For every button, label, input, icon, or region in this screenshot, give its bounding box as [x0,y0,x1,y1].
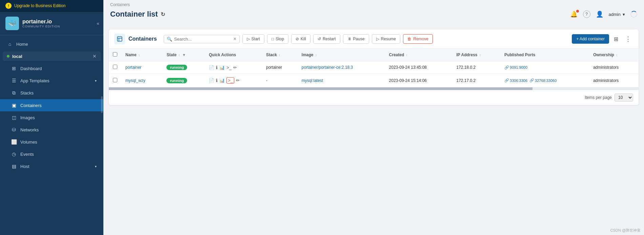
resume-icon: ▷ [376,37,379,41]
sidebar-item-networks[interactable]: ⛁ Networks [0,124,103,136]
help-icon[interactable]: ? [583,10,590,18]
select-all-header[interactable] [109,49,121,61]
kebab-menu-button[interactable]: ⋮ [623,35,633,43]
col-stack: Stack ↕ [262,49,298,61]
sidebar-item-containers[interactable]: ▣ Containers [0,99,103,111]
image-link[interactable]: portainer/portainer-ce:2.18.3 [302,65,353,70]
admin-chevron-icon[interactable]: ▾ [623,12,625,17]
sort-ownership-icon[interactable]: ↕ [616,53,618,57]
page-title: Container list ↻ [110,10,165,19]
search-box[interactable]: 🔍 ✕ [164,35,240,43]
env-name-label: local [12,54,90,59]
upgrade-banner[interactable]: ! Upgrade to Business Edition [0,0,103,12]
resume-button[interactable]: ▷ Resume [372,34,401,44]
upgrade-banner-text: Upgrade to Business Edition [14,3,65,8]
logs-icon[interactable]: 📄 [209,78,214,83]
port-link[interactable]: 🔗 9091:9000 [504,65,527,70]
edit-icon[interactable]: ✏ [233,65,237,70]
row-checkbox-cell[interactable] [109,61,121,74]
topbar-right: 🔔 ? 👤 admin ▾ [570,10,637,18]
sidebar-item-label: Events [20,152,34,157]
sidebar-scrollbar[interactable] [101,96,103,113]
col-image: Image ↕ [298,49,385,61]
sidebar-item-volumes[interactable]: ⬜ Volumes [0,136,103,148]
home-icon: ⌂ [7,41,13,47]
sort-created-icon[interactable]: ↕ [406,53,408,57]
restart-button[interactable]: ↺ Restart [313,34,340,44]
admin-info: admin ▾ [609,12,625,17]
table-header: Name ↕ State ↕ ▼ Quick Actions Stack ↕ [109,49,639,61]
table-scrollbar-track[interactable] [109,87,639,90]
filter-state-icon[interactable]: ▼ [182,53,186,57]
stop-button[interactable]: □ Stop [267,34,288,44]
console-icon[interactable]: >_ [226,65,232,70]
external-link-icon-2: 🔗 [529,78,534,83]
start-icon: ▷ [247,37,250,41]
col-ownership: Ownership ↕ [589,49,639,61]
panel-title: Containers [128,36,157,42]
sidebar-item-stacks[interactable]: ⧉ Stacks [0,87,103,99]
search-clear-icon[interactable]: ✕ [233,37,237,41]
stats-icon[interactable]: 📊 [219,65,225,70]
col-created: Created ↕ [385,49,452,61]
external-link-icon: 🔗 [504,65,509,70]
pause-button[interactable]: ⏸ Pause [343,34,369,44]
table-row: portainer running 📄 ℹ 📊 >_ ✏ [109,61,639,74]
remove-button[interactable]: 🗑 Remove [403,34,433,44]
sidebar-item-app-templates[interactable]: ☰ App Templates ▾ [0,74,103,87]
row-checkbox-cell[interactable] [109,74,121,87]
edit-icon[interactable]: ✏ [236,78,240,83]
container-name-link[interactable]: mysql_wzy [125,78,145,83]
start-button[interactable]: ▷ Start [242,34,264,44]
panel-toolbar: Containers 🔍 ✕ ▷ Start □ Stop ⊘ Kill ↺ [109,29,639,49]
sidebar-item-dashboard[interactable]: ⊞ Dashboard [0,62,103,74]
pause-icon: ⏸ [347,37,351,41]
table-scrollbar-thumb[interactable] [109,87,532,90]
sidebar-item-host[interactable]: ▤ Host ▾ [0,160,103,172]
ownership-cell: administrators [589,74,639,87]
items-per-page-select[interactable]: 10 25 50 100 [615,93,633,102]
container-state-cell: running [162,74,205,87]
sidebar-collapse-button[interactable]: « [97,21,99,26]
kill-button[interactable]: ⊘ Kill [291,34,310,44]
sort-name-icon[interactable]: ↕ [138,53,140,57]
stats-icon[interactable]: 📊 [219,78,225,83]
ports-cell: 🔗 3306:3306 🔗 32768:33060 [500,74,589,87]
row-checkbox[interactable] [113,78,117,82]
sidebar-item-events[interactable]: ◷ Events [0,148,103,160]
env-close-icon[interactable]: ✕ [93,54,97,59]
search-input[interactable] [174,37,231,42]
sidebar: ! Upgrade to Business Edition 🐳 portaine… [0,0,103,235]
add-container-button[interactable]: + Add container [572,34,609,44]
sort-state-icon[interactable]: ↕ [178,53,180,57]
notification-bell-icon[interactable]: 🔔 [570,10,578,18]
volumes-icon: ⬜ [11,139,17,145]
container-name-link[interactable]: portainer [125,65,141,70]
sort-image-icon[interactable]: ↕ [315,53,317,57]
events-icon: ◷ [11,151,17,157]
sidebar-item-label: Networks [20,127,39,132]
sidebar-item-images[interactable]: ◫ Images [0,111,103,124]
refresh-icon[interactable]: ↻ [161,11,165,18]
image-cell: portainer/portainer-ce:2.18.3 [298,61,385,74]
inspect-icon[interactable]: ℹ [216,65,218,70]
sidebar-item-home[interactable]: ⌂ Home [0,38,103,50]
upgrade-icon: ! [5,3,12,9]
sidebar-item-label: Images [20,115,35,120]
networks-icon: ⛁ [11,127,17,132]
port-link-2[interactable]: 🔗 32768:33060 [529,78,557,83]
port-link[interactable]: 🔗 3306:3306 [504,78,527,83]
logs-icon[interactable]: 📄 [209,65,214,70]
user-icon[interactable]: 👤 [596,10,603,18]
status-badge: running [166,65,187,70]
row-checkbox[interactable] [113,65,117,69]
inspect-icon[interactable]: ℹ [216,78,218,83]
sort-stack-icon[interactable]: ↕ [279,53,280,57]
topbar: Container list ↻ 🔔 ? 👤 admin ▾ [103,7,644,24]
sidebar-env-local[interactable]: local ✕ [3,51,101,61]
console-icon-highlighted[interactable]: >_ [226,77,234,84]
grid-view-button[interactable]: ⊞ [612,35,620,43]
image-link[interactable]: mysql:latest [302,78,323,83]
sort-ip-icon[interactable]: ↕ [479,53,481,57]
select-all-checkbox[interactable] [113,52,117,57]
